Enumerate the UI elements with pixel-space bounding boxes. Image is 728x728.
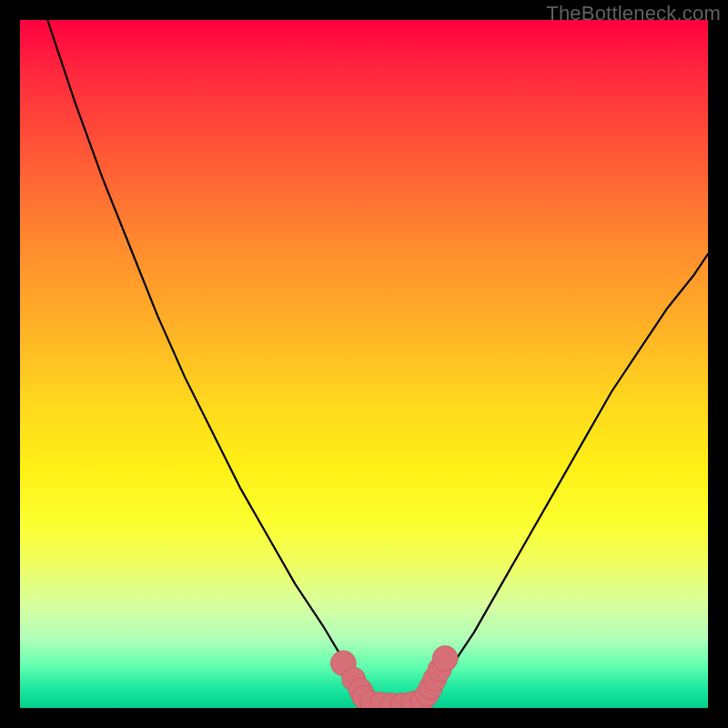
watermark-text: TheBottleneck.com xyxy=(546,2,721,25)
curve-left-curve xyxy=(47,20,368,698)
valley-marker xyxy=(432,646,458,672)
plot-area xyxy=(20,20,708,708)
chart-svg xyxy=(20,20,708,708)
chart-frame: TheBottleneck.com xyxy=(0,0,728,728)
curve-right-curve xyxy=(430,254,708,695)
